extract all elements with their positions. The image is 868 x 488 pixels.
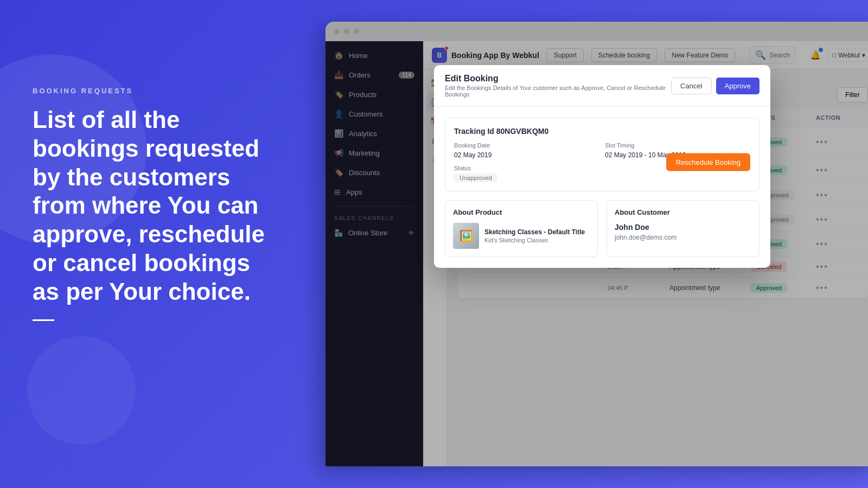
about-customer-card: About Customer John Doe john.doe@demo.co…	[607, 200, 760, 257]
modal-header: Edit Booking Edit the Bookings Details o…	[447, 69, 770, 107]
left-panel: BOOKING REQUESTS List of all the booking…	[33, 87, 271, 321]
reschedule-booking-button[interactable]: Reschedule Booking	[666, 153, 750, 171]
bg-decoration-2	[27, 336, 136, 445]
modal-bottom-grid: About Product 🖼️ Sketching Classes - Def…	[447, 200, 760, 257]
product-name: Sketching Classes - Default Title	[484, 228, 585, 236]
tracking-section: Tracking Id 80NGVBKQM0 Booking Date 02 M…	[447, 118, 760, 191]
product-info: Sketching Classes - Default Title Kid's …	[484, 228, 585, 243]
booking-date-label: Booking Date	[454, 142, 599, 149]
status-label: Status	[454, 165, 599, 171]
tracking-id: Tracking Id 80NGVBKQM0	[454, 127, 750, 136]
booking-date-value: 02 May 2019	[454, 151, 492, 159]
status-value: Unapproved	[454, 174, 497, 182]
modal-subtitle: Edit the Bookings Details of Your custom…	[447, 85, 671, 98]
modal-title: Edit Booking	[447, 74, 671, 84]
modal-cancel-button[interactable]: Cancel	[671, 78, 711, 94]
left-divider	[33, 319, 54, 321]
status-field: Status Unapproved	[454, 165, 599, 182]
booking-date-field: Booking Date 02 May 2019	[454, 142, 599, 159]
customer-name-modal: John Doe	[615, 223, 751, 232]
product-row: 🖼️ Sketching Classes - Default Title Kid…	[453, 223, 590, 249]
left-subtitle: BOOKING REQUESTS	[33, 87, 271, 95]
modal-body: Tracking Id 80NGVBKQM0 Booking Date 02 M…	[447, 107, 770, 268]
modal-actions: Cancel Approve	[671, 78, 760, 94]
booking-area: Booking View all Your customer bookings …	[447, 69, 868, 466]
modal-overlay: Edit Booking Edit the Bookings Details o…	[447, 69, 868, 466]
about-product-card: About Product 🖼️ Sketching Classes - Def…	[447, 200, 598, 257]
about-product-title: About Product	[453, 208, 590, 216]
edit-booking-modal: Edit Booking Edit the Bookings Details o…	[447, 69, 770, 268]
modal-approve-button[interactable]: Approve	[716, 78, 760, 94]
tracking-fields: Booking Date 02 May 2019 Slot Timing 02 …	[454, 142, 750, 182]
browser-window: 🏠 Home 📥 Orders 114 🏷️ Products 👤 Custom…	[326, 22, 868, 466]
customer-email-modal: john.doe@demo.com	[615, 234, 751, 241]
product-image: 🖼️	[453, 223, 479, 249]
product-image-placeholder: 🖼️	[453, 223, 479, 249]
about-customer-title: About Customer	[615, 208, 751, 216]
slot-timing-label: Slot Timing	[605, 142, 750, 149]
left-title: List of all the bookings requested by th…	[33, 106, 271, 306]
product-subtitle: Kid's Sketching Classes	[484, 237, 585, 243]
